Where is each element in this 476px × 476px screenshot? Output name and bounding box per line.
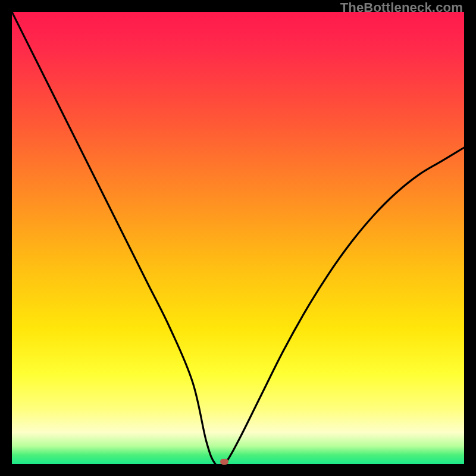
bottleneck-curve xyxy=(12,12,464,464)
watermark: TheBottleneck.com xyxy=(340,0,463,15)
chart-frame: TheBottleneck.com xyxy=(0,0,476,476)
optimal-point-marker xyxy=(220,459,228,465)
